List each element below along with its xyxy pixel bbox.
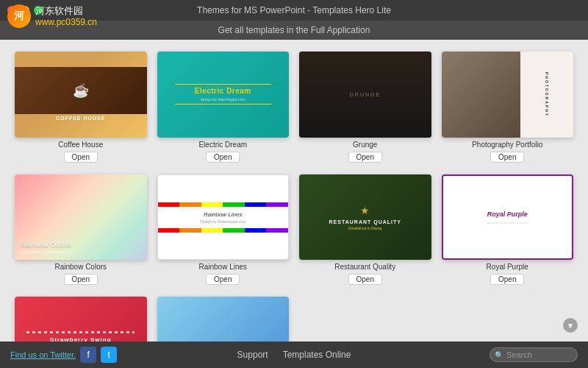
template-thumbnail-restaurant[interactable]: RESTAURANT QUALITY Excellence in Dining	[299, 174, 431, 261]
bottom-left: Find us on Twitter. f t	[10, 347, 193, 363]
photo-title: PHOTOGRAPHY	[545, 72, 549, 117]
subtitle-text: Get all templates in the Full Applicatio…	[218, 25, 370, 35]
facebook-button[interactable]: f	[80, 347, 96, 363]
twitter-button[interactable]: t	[101, 347, 117, 363]
electric-sub: design by slideshoppe.com	[201, 97, 245, 102]
maximize-button[interactable]	[34, 6, 43, 15]
templates-online-link[interactable]: Templates Online	[283, 350, 351, 360]
search-icon: 🔍	[495, 351, 503, 359]
rainbow-title: Rainbow Colors	[21, 241, 71, 249]
royal-sub: premium presentation template	[487, 221, 528, 224]
subtitle-bar: Get all templates in the Full Applicatio…	[0, 21, 588, 40]
title-bar: Themes for MS PowerPoint - Templates Her…	[0, 0, 588, 21]
traffic-lights	[7, 6, 43, 15]
template-name: Coffee House	[58, 141, 103, 149]
template-item: Rainbow Colors Presented by Slideshoppe.…	[15, 174, 147, 286]
rainbowlines-sub: Design by Slideshoppe.com	[200, 219, 245, 224]
rainbow-sub: Presented by Slideshoppe.com	[21, 250, 71, 254]
template-item: PHOTOGRAPHY Photography Portfolio Open	[442, 52, 574, 163]
template-thumbnail-photo[interactable]: PHOTOGRAPHY	[442, 52, 574, 138]
electric-border-top	[175, 84, 271, 85]
template-item: Electric Dream design by slideshoppe.com…	[157, 52, 290, 163]
bottom-bar: Find us on Twitter. f t Support Template…	[0, 342, 588, 368]
restaurant-sub: Excellence in Dining	[348, 226, 381, 230]
open-button-royal[interactable]: Open	[490, 274, 524, 285]
template-thumbnail-vacation[interactable]: 🚐 Vacation Memories	[157, 297, 290, 342]
electric-border-bottom	[175, 104, 271, 105]
template-item: RESTAURANT QUALITY Excellence in Dining …	[299, 174, 431, 286]
coffee-title: COFFEE HOUSE	[54, 114, 107, 122]
open-button-coffee[interactable]: Open	[64, 152, 98, 163]
royal-title: Royal Purple	[487, 210, 528, 218]
close-button[interactable]	[7, 6, 16, 15]
photo-image	[442, 52, 521, 138]
template-thumbnail-rainbow[interactable]: Rainbow Colors Presented by Slideshoppe.…	[15, 174, 147, 261]
template-item: Royal Purple premium presentation templa…	[442, 174, 574, 286]
template-name: Electric Dream	[198, 141, 247, 149]
template-name: Grunge	[353, 141, 377, 149]
open-button-rainbow[interactable]: Open	[64, 274, 98, 285]
bottom-right: 🔍	[395, 347, 578, 362]
open-button-photo[interactable]: Open	[490, 152, 524, 163]
main-content[interactable]: ☕ COFFEE HOUSE Coffee House Open Electri…	[0, 40, 588, 342]
open-button-electric[interactable]: Open	[206, 152, 240, 163]
rainbow-bars-bottom	[158, 228, 289, 233]
rainbowlines-title: Rainbow Lines	[204, 211, 242, 218]
app-title: Themes for MS PowerPoint - Templates Her…	[197, 5, 391, 15]
template-item: Rainbow Lines Design by Slideshoppe.com …	[157, 174, 290, 286]
template-name: Rainbow Colors	[54, 263, 107, 271]
template-thumbnail-grunge[interactable]: GRUNGE	[299, 52, 431, 138]
template-name: Rainbow Lines	[198, 263, 247, 271]
rainbow-bars-top	[158, 202, 289, 207]
bottom-center: Support Templates Online	[202, 350, 385, 360]
template-thumbnail-coffee[interactable]: ☕ COFFEE HOUSE	[15, 52, 147, 138]
strawberry-title: Strawberry Swing	[50, 336, 112, 342]
minimize-button[interactable]	[21, 6, 29, 15]
photo-side: PHOTOGRAPHY	[520, 52, 573, 138]
open-button-restaurant[interactable]: Open	[348, 274, 382, 285]
template-item: GRUNGE Grunge Open	[299, 52, 431, 163]
template-name: Photography Portfolio	[472, 141, 542, 149]
template-grid: ☕ COFFEE HOUSE Coffee House Open Electri…	[15, 52, 573, 342]
scroll-down-button[interactable]: ▼	[563, 318, 578, 333]
open-button-grunge[interactable]: Open	[348, 152, 382, 163]
twitter-link[interactable]: Find us on Twitter.	[10, 350, 76, 359]
template-thumbnail-royal[interactable]: Royal Purple premium presentation templa…	[442, 174, 574, 261]
template-name: Restaurant Quality	[334, 263, 395, 271]
template-thumbnail-rainbowlines[interactable]: Rainbow Lines Design by Slideshoppe.com	[157, 174, 290, 261]
coffee-image: ☕	[15, 67, 147, 114]
template-item: 🚐 Vacation Memories Vacation Memories	[157, 297, 290, 342]
template-name: Royal Purple	[487, 263, 528, 271]
template-item: Strawberry Swing Strawberry Swing Open	[15, 297, 147, 342]
restaurant-title: RESTAURANT QUALITY	[329, 219, 401, 224]
electric-title: Electric Dream	[195, 87, 251, 95]
template-thumbnail-strawberry[interactable]: Strawberry Swing	[15, 297, 147, 342]
support-link[interactable]: Support	[237, 350, 268, 360]
template-item: ☕ COFFEE HOUSE Coffee House Open	[15, 52, 147, 163]
open-button-rainbowlines[interactable]: Open	[206, 274, 240, 285]
search-wrapper: 🔍	[490, 347, 578, 362]
template-thumbnail-electric[interactable]: Electric Dream design by slideshoppe.com	[157, 52, 290, 138]
strawberry-border-top	[26, 331, 135, 333]
grunge-overlay: GRUNGE	[299, 52, 431, 138]
